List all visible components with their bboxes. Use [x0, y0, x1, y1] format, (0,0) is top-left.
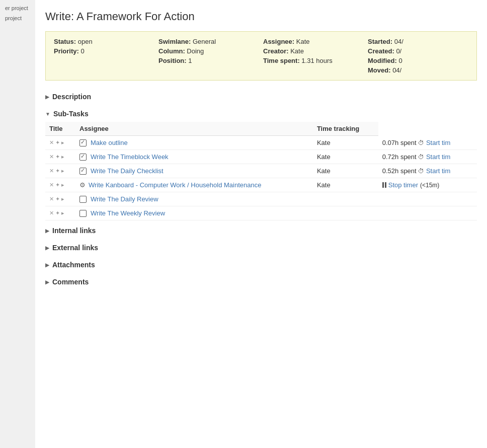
start-timer-link-1[interactable]: Start tim: [426, 153, 450, 161]
time-cell-3: Stop timer (<15m): [378, 178, 477, 192]
delete-icon-1[interactable]: ✕: [49, 154, 54, 160]
external-links-section: ▶ External links: [45, 240, 477, 256]
table-row: ✕ ✦ ▸ Write The Weekly Review: [45, 206, 477, 220]
external-links-header[interactable]: ▶ External links: [45, 240, 477, 256]
stop-timer-button-3[interactable]: Stop timer: [388, 181, 418, 189]
settings-icon-3[interactable]: ✦: [55, 182, 60, 188]
empty-checkbox-icon: [79, 210, 87, 217]
pause-icon-3: [382, 182, 386, 188]
comments-header[interactable]: ▶ Comments: [45, 274, 477, 290]
time-cell-4: [378, 192, 477, 206]
checked-icon: [79, 168, 87, 175]
delete-icon-3[interactable]: ✕: [49, 182, 54, 188]
more-icon-2[interactable]: ▸: [61, 168, 64, 174]
assignee-cell-0: Kate: [313, 136, 378, 150]
internal-links-header[interactable]: ▶ Internal links: [45, 222, 477, 239]
delete-icon-2[interactable]: ✕: [49, 168, 54, 174]
settings-icon-1[interactable]: ✦: [55, 154, 60, 160]
info-col-1: Status: open Priority: 0: [54, 38, 154, 74]
attachments-header[interactable]: ▶ Attachments: [45, 257, 477, 273]
internal-links-section: ▶ Internal links: [45, 222, 477, 239]
position-field: Position: 1: [158, 57, 259, 64]
task-link-3[interactable]: Write Kanboard - Computer Work / Househo…: [89, 181, 261, 189]
col-title: Title: [45, 122, 75, 136]
creator-value: Kate: [290, 47, 304, 55]
info-col-4: Started: 04/ Created: 0/ Modified: 0 Mov…: [368, 38, 468, 74]
assignee-cell-5: [313, 206, 378, 220]
description-section: ▶ Description: [45, 89, 477, 105]
subtasks-header[interactable]: ▼ Sub-Tasks: [45, 106, 477, 122]
swimlane-label: Swimlane:: [158, 38, 191, 45]
more-icon-3[interactable]: ▸: [61, 182, 64, 188]
delete-icon-4[interactable]: ✕: [49, 196, 54, 202]
status-value: open: [78, 38, 93, 45]
comments-label: Comments: [52, 278, 89, 286]
task-link-1[interactable]: Write The Timeblock Week: [91, 153, 169, 161]
settings-icon-0[interactable]: ✦: [55, 139, 60, 146]
priority-value: 0: [80, 47, 84, 55]
delete-icon-0[interactable]: ✕: [49, 139, 54, 146]
time-spent-label: Time spent:: [263, 57, 300, 64]
task-link-0[interactable]: Make outline: [91, 139, 128, 146]
info-box: Status: open Priority: 0 Swimlane: Gener…: [45, 31, 477, 81]
table-header-row: Title Assignee Time tracking: [45, 122, 477, 136]
position-label: Position:: [158, 57, 187, 64]
subtasks-table: Title Assignee Time tracking ✕ ✦ ▸ Make …: [45, 122, 477, 220]
task-controls-5: ✕ ✦ ▸: [49, 210, 71, 216]
start-timer-link-2[interactable]: Start tim: [426, 167, 450, 175]
task-link-2[interactable]: Write The Daily Checklist: [91, 167, 164, 175]
gear-icon: ⚙: [79, 181, 86, 189]
description-header[interactable]: ▶ Description: [45, 89, 477, 105]
status-field: Status: open: [54, 38, 154, 45]
external-links-arrow: ▶: [45, 245, 49, 251]
assignee-cell-4: [313, 192, 378, 206]
attachments-section: ▶ Attachments: [45, 257, 477, 273]
time-cell-2: 0.52h spent ⏱ Start tim: [378, 164, 477, 178]
task-title-cell-5: Write The Weekly Review: [79, 209, 309, 217]
creator-field: Creator: Kate: [263, 47, 364, 55]
task-link-4[interactable]: Write The Daily Review: [91, 195, 158, 203]
more-icon-4[interactable]: ▸: [61, 196, 64, 202]
col-time: Time tracking: [313, 122, 378, 136]
checked-icon: [79, 154, 87, 161]
attachments-arrow: ▶: [45, 262, 49, 268]
delete-icon-5[interactable]: ✕: [49, 210, 54, 216]
sidebar-label: project: [5, 15, 22, 21]
time-cell-0: 0.07h spent ⏱ Start tim: [378, 136, 477, 150]
task-title-cell-1: Write The Timeblock Week: [79, 153, 309, 161]
priority-label: Priority:: [54, 47, 79, 55]
time-cell-5: [378, 206, 477, 220]
task-controls-4: ✕ ✦ ▸: [49, 196, 71, 202]
sidebar-item-project[interactable]: project: [5, 15, 30, 21]
modified-field: Modified: 0: [368, 57, 468, 64]
clock-icon-0: ⏱: [418, 139, 424, 146]
time-spent-0: 0.07h spent: [382, 139, 419, 146]
task-controls-2: ✕ ✦ ▸: [49, 168, 71, 174]
time-spent-2: 0.52h spent: [382, 167, 419, 175]
modified-value: 0: [398, 57, 402, 64]
swimlane-field: Swimlane: General: [158, 38, 259, 45]
moved-field: Moved: 04/: [368, 66, 468, 74]
assignee-field: Assignee: Kate: [263, 38, 364, 45]
task-controls-1: ✕ ✦ ▸: [49, 154, 71, 160]
more-icon-0[interactable]: ▸: [61, 139, 64, 146]
sidebar-item-er-project[interactable]: er project: [5, 5, 30, 11]
task-title-cell-2: Write The Daily Checklist: [79, 167, 309, 175]
task-link-5[interactable]: Write The Weekly Review: [91, 209, 165, 217]
col-assignee: Assignee: [75, 122, 313, 136]
more-icon-5[interactable]: ▸: [61, 210, 64, 216]
sidebar-label: er project: [5, 5, 28, 11]
start-timer-link-0[interactable]: Start tim: [426, 139, 450, 146]
description-label: Description: [52, 93, 91, 101]
clock-icon-2: ⏱: [418, 168, 424, 175]
moved-value: 04/: [392, 66, 401, 74]
task-title-cell-3: ⚙ Write Kanboard - Computer Work / House…: [79, 181, 309, 189]
assignee-value: Kate: [296, 38, 310, 45]
info-col-2: Swimlane: General Column: Doing Position…: [158, 38, 259, 74]
checked-icon: [79, 139, 87, 146]
settings-icon-4[interactable]: ✦: [55, 196, 60, 202]
more-icon-1[interactable]: ▸: [61, 154, 64, 160]
settings-icon-5[interactable]: ✦: [55, 210, 60, 216]
table-row: ✕ ✦ ▸ Make outline Kate 0.07h spent ⏱ St…: [45, 136, 477, 150]
settings-icon-2[interactable]: ✦: [55, 168, 60, 174]
